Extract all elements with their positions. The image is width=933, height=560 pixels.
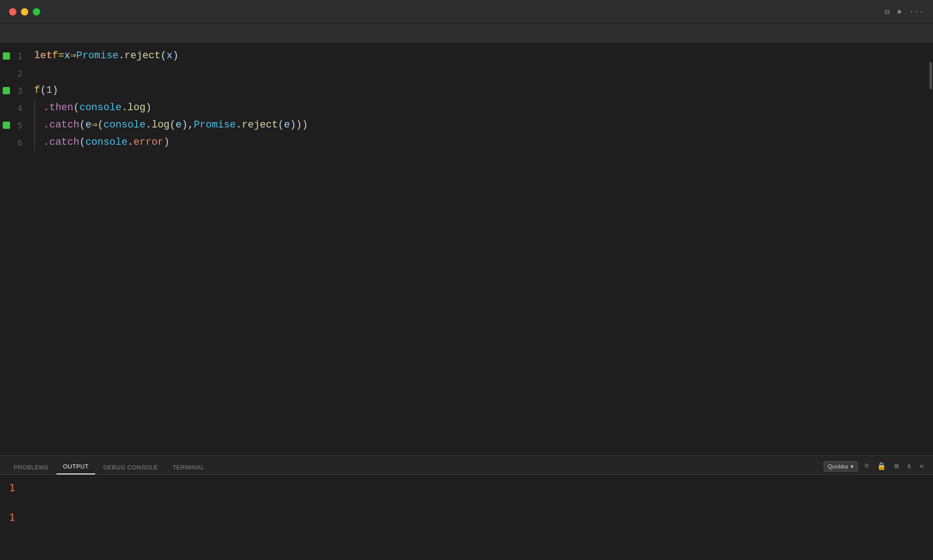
chevron-up-icon[interactable]: ∧	[905, 461, 913, 472]
code-token: console	[85, 134, 127, 151]
maximize-button[interactable]	[33, 8, 40, 15]
code-token: e	[85, 117, 91, 134]
code-token: console	[79, 99, 121, 117]
code-token: .	[118, 47, 124, 65]
gutter-row: 4	[0, 99, 25, 117]
code-token: ⇒	[92, 117, 97, 134]
code-line: .catch (console.error)	[25, 134, 933, 151]
code-token: f	[52, 47, 58, 65]
gutter-row: 5	[0, 117, 25, 134]
code-token: log	[128, 99, 146, 117]
code-token: .catch	[43, 117, 79, 134]
code-token: ),	[182, 117, 194, 134]
line-number: 1	[17, 51, 22, 61]
circle-icon: ●	[897, 7, 902, 16]
gutter-row: 1	[0, 47, 25, 65]
indent-guide	[34, 134, 35, 151]
gutter-row: 6	[0, 134, 25, 151]
code-token: .then	[43, 99, 73, 117]
code-token: Promise	[76, 47, 118, 65]
gutter-row: 2	[0, 65, 25, 82]
code-token: e	[284, 117, 290, 134]
indent-guide	[34, 117, 35, 134]
output-source-dropdown[interactable]: Quokka▾	[824, 461, 858, 472]
scrollbar-thumb[interactable]	[929, 62, 932, 89]
code-token: )	[173, 47, 179, 65]
close-button[interactable]	[9, 8, 16, 15]
code-line: .then (console.log)	[25, 99, 933, 117]
code-line: f (1)	[25, 82, 933, 99]
code-token: reject	[242, 117, 278, 134]
code-token: x	[64, 47, 70, 65]
code-token: )	[145, 99, 151, 117]
green-indicator	[3, 122, 10, 129]
split-editor-icon[interactable]: ⊟	[885, 7, 890, 17]
titlebar-actions: ⊟ ● ···	[885, 7, 924, 17]
line-number: 5	[17, 121, 22, 130]
code-token: (	[79, 134, 85, 151]
indent-guide	[34, 99, 35, 117]
line-number: 2	[17, 69, 22, 78]
code-token: (	[79, 117, 85, 134]
green-indicator	[3, 52, 10, 60]
panel-tab-output[interactable]: OUTPUT	[56, 459, 95, 474]
output-line: 1	[9, 482, 924, 494]
code-token: .	[128, 134, 133, 151]
code-token: )))	[290, 117, 308, 134]
code-token: =	[58, 47, 64, 65]
line-number: 3	[17, 86, 22, 96]
more-actions-icon[interactable]: ···	[909, 7, 924, 16]
code-line	[25, 65, 933, 82]
code-token: (	[97, 117, 103, 134]
panel-tab-problems[interactable]: PROBLEMS	[7, 460, 55, 474]
titlebar: ⊟ ● ···	[0, 0, 933, 24]
code-token: (	[160, 47, 166, 65]
minimize-button[interactable]	[21, 8, 28, 15]
close-panel-icon[interactable]: ✕	[918, 461, 926, 472]
scrollbar[interactable]	[928, 44, 933, 455]
code-token: reject	[124, 47, 160, 65]
output-content: 11	[0, 475, 933, 560]
filter-icon[interactable]: ≡	[862, 461, 871, 471]
gutter-row: 3	[0, 82, 25, 99]
code-token: .	[146, 117, 152, 134]
code-token: e	[176, 117, 182, 134]
traffic-lights	[9, 8, 40, 15]
code-token: Promise	[194, 117, 236, 134]
panel-tab-debug-console[interactable]: DEBUG CONSOLE	[97, 460, 164, 474]
code-token: error	[133, 134, 164, 151]
editor-tab-bar	[0, 24, 933, 44]
code-token: x	[167, 47, 173, 65]
panel-tab-controls: Quokka▾≡🔒⊠∧✕	[824, 461, 926, 474]
chevron-down-icon: ▾	[851, 463, 854, 470]
panel-tab-terminal[interactable]: TERMINAL	[166, 460, 211, 474]
line-gutter: 123456	[0, 44, 25, 455]
code-token: .	[236, 117, 242, 134]
code-token: let	[34, 47, 52, 65]
code-token: log	[152, 117, 170, 134]
lock-icon[interactable]: 🔒	[875, 461, 888, 472]
code-token: )	[164, 134, 169, 151]
code-token: f	[34, 82, 40, 99]
clear-icon[interactable]: ⊠	[892, 461, 901, 472]
code-token: )	[52, 82, 58, 99]
output-line: 1	[9, 512, 924, 523]
code-token: console	[103, 117, 145, 134]
code-line: let f = x ⇒ Promise.reject (x)	[25, 47, 933, 65]
editor-tab[interactable]	[7, 32, 18, 36]
editor-area: 123456 let f = x ⇒ Promise.reject (x)f (…	[0, 44, 933, 455]
code-token: ⇒	[70, 47, 76, 65]
code-line: .catch (e ⇒ (console.log (e), Promise.re…	[25, 117, 933, 134]
code-token: .	[122, 99, 128, 117]
code-token: (	[278, 117, 284, 134]
bottom-panel: PROBLEMSOUTPUTDEBUG CONSOLETERMINALQuokk…	[0, 455, 933, 560]
green-indicator	[3, 87, 10, 94]
code-token: (	[169, 117, 175, 134]
panel-tab-bar: PROBLEMSOUTPUTDEBUG CONSOLETERMINALQuokk…	[0, 456, 933, 475]
code-editor[interactable]: let f = x ⇒ Promise.reject (x)f (1).then…	[25, 44, 933, 455]
line-number: 6	[17, 138, 22, 148]
line-number: 4	[17, 103, 22, 113]
dropdown-value: Quokka	[828, 463, 848, 470]
code-token: (	[73, 99, 79, 117]
code-token: .catch	[43, 134, 79, 151]
